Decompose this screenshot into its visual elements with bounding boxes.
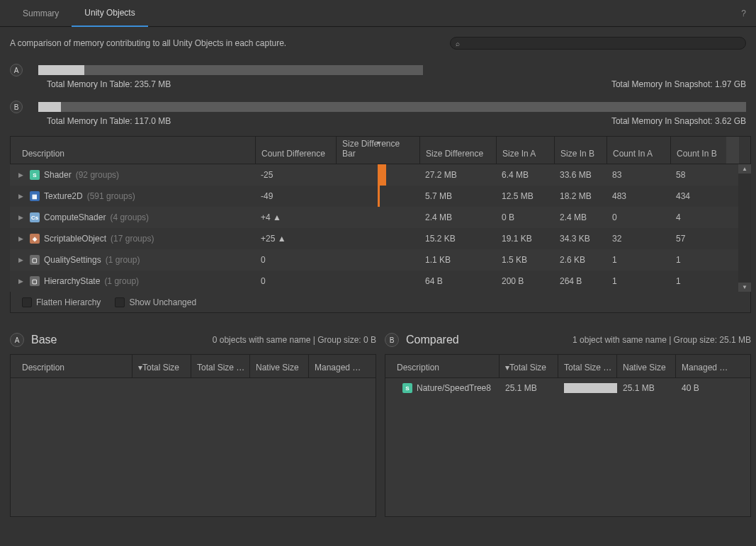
table-row[interactable]: ▶ ◈ ScriptableObject (17 groups) +25 ▲ 1… <box>10 228 738 249</box>
tab-unity-objects[interactable]: Unity Objects <box>72 0 147 27</box>
shader-icon: S <box>402 383 412 393</box>
main-table: Description Count Difference ▾Size Diffe… <box>10 136 751 313</box>
flatten-hierarchy-checkbox[interactable] <box>22 297 32 307</box>
scrollbar[interactable]: ▲ ▼ <box>738 164 751 292</box>
row-name: ComputeShader <box>44 212 106 222</box>
col-description[interactable]: Description <box>11 137 256 164</box>
row-native: 25.1 MB <box>617 383 676 393</box>
panel-a-col-total[interactable]: ▾Total Size <box>132 355 191 377</box>
row-size-a: 19.1 KB <box>496 234 554 244</box>
row-size-b: 2.6 KB <box>554 255 607 265</box>
help-icon[interactable]: ? <box>741 8 746 18</box>
row-count-a: 1 <box>607 276 670 286</box>
panel-a-title: Base <box>31 334 57 346</box>
row-size-diff-bar <box>336 228 419 249</box>
table-row[interactable]: ▶ ▢ QualitySettings (1 group) 0 1.1 KB 1… <box>10 249 738 271</box>
table-row[interactable]: ▶ ▦ Texture2D (591 groups) -49 5.7 MB 12… <box>10 186 738 207</box>
row-groups: (17 groups) <box>111 234 154 244</box>
row-size-a: 6.4 MB <box>496 170 554 180</box>
show-unchanged-label: Show Unchanged <box>129 297 196 307</box>
table-row[interactable]: ▶ Cs ComputeShader (4 groups) +4 ▲ 2.4 M… <box>10 207 738 228</box>
row-size-diff: 5.7 MB <box>419 191 496 201</box>
row-count-b: 1 <box>670 276 726 286</box>
panel-a-col-native[interactable]: Native Size <box>250 355 309 377</box>
table-row[interactable]: ▶ S Shader (92 groups) -25 27.2 MB 6.4 M… <box>10 164 738 186</box>
search-input[interactable]: ⌕ <box>450 37 746 50</box>
col-count-b[interactable]: Count In B <box>671 137 726 164</box>
col-size-b[interactable]: Size In B <box>555 137 607 164</box>
panel-a-body <box>10 378 376 517</box>
expand-icon[interactable]: ▶ <box>18 256 26 263</box>
show-unchanged-checkbox[interactable] <box>115 297 125 307</box>
row-groups: (591 groups) <box>87 191 135 201</box>
row-count-a: 0 <box>607 212 670 222</box>
expand-icon[interactable]: ▶ <box>18 193 26 200</box>
snapshot-b-badge: B <box>10 101 23 113</box>
row-size-diff-bar <box>336 249 419 271</box>
panel-b-col-totalbar[interactable]: Total Size … <box>558 355 617 377</box>
tabs-bar: Summary Unity Objects ? <box>0 0 756 27</box>
panel-a-col-totalbar[interactable]: Total Size … <box>191 355 250 377</box>
row-count-b: 58 <box>670 170 726 180</box>
row-size-a: 0 B <box>496 212 554 222</box>
row-count-diff: -49 <box>255 191 336 201</box>
row-size-diff: 1.1 KB <box>419 255 496 265</box>
scroll-up-icon[interactable]: ▲ <box>738 164 751 174</box>
row-size-diff-bar <box>336 207 419 228</box>
col-count-diff[interactable]: Count Difference <box>256 137 337 164</box>
panel-b-badge: B <box>385 333 399 347</box>
row-managed: 40 B <box>676 383 750 393</box>
type-icon: S <box>30 170 40 180</box>
panel-b-title: Compared <box>406 334 459 346</box>
tab-summary[interactable]: Summary <box>10 1 72 26</box>
row-name: Shader <box>44 170 72 180</box>
panel-a-col-managed[interactable]: Managed … <box>309 355 376 377</box>
col-size-diff-bar[interactable]: ▾Size Difference Bar <box>337 137 420 164</box>
col-scroll-spacer <box>726 137 739 164</box>
row-size-b: 33.6 MB <box>554 170 607 180</box>
panel-b-col-total[interactable]: ▾Total Size <box>500 355 558 377</box>
row-size-b: 18.2 MB <box>554 191 607 201</box>
table-row[interactable]: ▶ ▢ HierarchyState (1 group) 0 64 B 200 … <box>10 271 738 292</box>
snapshot-b-snapshot-label: Total Memory In Snapshot: 3.62 GB <box>611 116 746 126</box>
panel-b-col-native[interactable]: Native Size <box>617 355 676 377</box>
row-count-diff: 0 <box>255 255 336 265</box>
row-count-a: 83 <box>607 170 670 180</box>
snapshot-a-snapshot-label: Total Memory In Snapshot: 1.97 GB <box>611 79 746 89</box>
row-count-b: 4 <box>670 212 726 222</box>
type-icon: ◈ <box>30 234 40 244</box>
row-name: HierarchyState <box>44 276 100 286</box>
row-count-diff: -25 <box>255 170 336 180</box>
expand-icon[interactable]: ▶ <box>18 171 26 178</box>
row-count-diff: +25 ▲ <box>255 234 336 244</box>
row-size-diff: 27.2 MB <box>419 170 496 180</box>
row-groups: (92 groups) <box>76 170 119 180</box>
row-name: Nature/SpeedTree8 <box>417 383 491 393</box>
panel-a-info: 0 objects with same name | Group size: 0… <box>213 335 376 345</box>
row-size-diff: 64 B <box>419 276 496 286</box>
row-count-diff: 0 <box>255 276 336 286</box>
description-text: A comparison of memory contributing to a… <box>10 38 286 48</box>
row-count-b: 57 <box>670 234 726 244</box>
scroll-down-icon[interactable]: ▼ <box>738 283 751 292</box>
table-row[interactable]: S Nature/SpeedTree8 25.1 MB 25.1 MB 40 B <box>385 378 750 398</box>
expand-icon[interactable]: ▶ <box>18 214 26 221</box>
expand-icon[interactable]: ▶ <box>18 278 26 285</box>
row-name: Texture2D <box>44 191 83 201</box>
type-icon: ▢ <box>30 276 40 286</box>
panel-b-col-managed[interactable]: Managed … <box>676 355 750 377</box>
row-size-diff-bar <box>336 164 419 186</box>
row-total-bar <box>558 383 617 393</box>
row-total: 25.1 MB <box>500 383 558 393</box>
panel-b-col-description[interactable]: Description <box>385 355 500 377</box>
row-count-a: 32 <box>607 234 670 244</box>
search-icon: ⌕ <box>456 40 460 47</box>
row-count-a: 1 <box>607 255 670 265</box>
row-size-b: 2.4 MB <box>554 212 607 222</box>
expand-icon[interactable]: ▶ <box>18 235 26 242</box>
col-size-diff[interactable]: Size Difference <box>420 137 497 164</box>
col-count-a[interactable]: Count In A <box>607 137 671 164</box>
panel-a-col-description[interactable]: Description <box>11 355 132 377</box>
type-icon: Cs <box>30 212 40 222</box>
col-size-a[interactable]: Size In A <box>497 137 555 164</box>
